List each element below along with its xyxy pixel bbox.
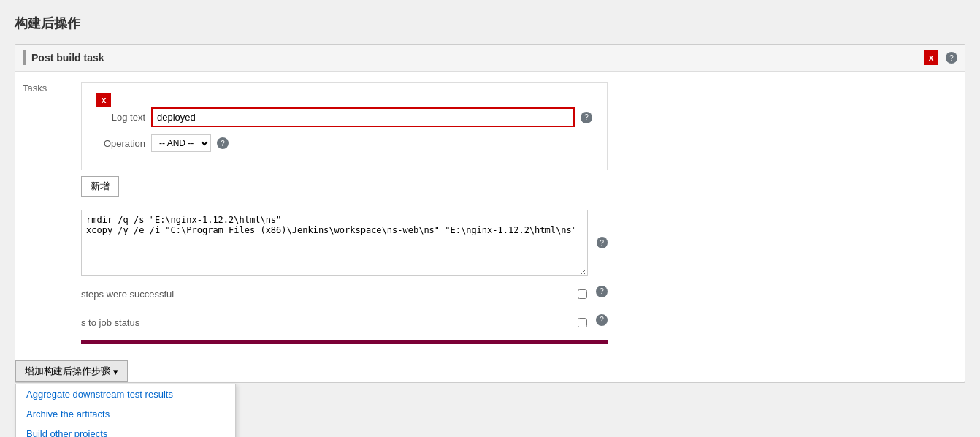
steps-successful-row: steps were successful ? [81,278,608,304]
job-status-row: s to job status ? [81,307,608,332]
footer-add-btn: 增加构建后操作步骤 ▾ Aggregate downstream test re… [15,360,965,382]
steps-successful-checkbox[interactable] [578,289,587,299]
operation-label: Operation [96,138,151,149]
section-body: Tasks x Log text ? Operation -- AND -- -… [15,72,965,352]
section-close-button[interactable]: x [924,50,938,65]
script-help-icon[interactable]: ? [597,237,608,248]
steps-successful-checkbox-row: steps were successful [81,284,587,304]
menu-item[interactable]: Archive the artifacts [16,404,235,424]
log-text-label: Log text [96,112,151,123]
page-container: 构建后操作 Post build task x ? Tasks x Log te… [0,0,980,437]
page-title: 构建后操作 [15,15,965,32]
log-field-wrapper: x Log text ? Operation -- AND -- -- OR -… [81,82,608,170]
script-row: ? [81,210,608,276]
tasks-label: Tasks [23,79,81,344]
steps-successful-help-icon[interactable]: ? [596,286,608,297]
log-text-input[interactable] [151,107,575,127]
script-textarea[interactable] [81,210,588,276]
steps-successful-label: steps were successful [81,289,572,300]
dropdown-menu: Aggregate downstream test resultsArchive… [15,384,236,437]
job-status-help-icon[interactable]: ? [596,314,608,326]
section-help-icon[interactable]: ? [946,52,957,64]
add-steps-arrow: ▾ [113,366,118,377]
footer-btn-wrap: 增加构建后操作步骤 ▾ Aggregate downstream test re… [15,360,128,382]
add-steps-button[interactable]: 增加构建后操作步骤 ▾ [15,360,128,382]
section-header-actions: x ? [924,50,957,65]
operation-select[interactable]: -- AND -- -- OR -- [151,134,211,152]
add-btn-row: 新增 [81,176,608,204]
job-status-label: s to job status [81,317,572,328]
menu-item[interactable]: Build other projects [16,424,235,437]
add-button[interactable]: 新增 [81,176,119,197]
bottom-bar [81,340,608,344]
operation-help-icon[interactable]: ? [217,137,229,149]
tasks-inner-wrapper: x Log text ? Operation -- AND -- -- OR -… [81,79,608,344]
section-header-bar [23,50,26,65]
post-build-section: Post build task x ? Tasks x Log text ? O… [15,44,965,383]
log-text-row: Log text ? [96,107,592,127]
section-header: Post build task x ? [15,45,965,72]
log-close-button[interactable]: x [96,93,111,107]
menu-item[interactable]: Aggregate downstream test results [16,384,235,404]
section-title: Post build task [31,52,924,64]
job-status-checkbox-row: s to job status [81,313,587,332]
log-text-help-icon[interactable]: ? [581,112,592,123]
add-steps-label: 增加构建后操作步骤 [25,365,110,378]
operation-row: Operation -- AND -- -- OR -- ? [96,134,592,152]
job-status-checkbox[interactable] [578,318,587,327]
